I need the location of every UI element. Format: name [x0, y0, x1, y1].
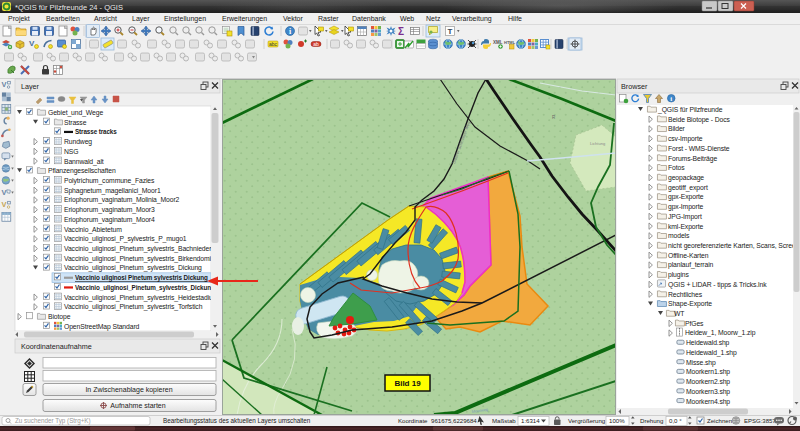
svg-text:Bannwald_alt: Bannwald_alt	[64, 158, 104, 166]
svg-text:Shape-Exporte: Shape-Exporte	[668, 300, 712, 308]
svg-text:NSG: NSG	[64, 148, 78, 155]
svg-text:Vaccinio_uliginosi_Pinetum_syl: Vaccinio_uliginosi_Pinetum_sylvestris_He…	[64, 294, 219, 302]
svg-text:Rechtliches: Rechtliches	[668, 291, 703, 298]
svg-text:Netz: Netz	[426, 15, 441, 22]
svg-text:planlauf_terrain: planlauf_terrain	[668, 261, 714, 269]
svg-text:Beide Biotope - Docs: Beide Biotope - Docs	[668, 116, 731, 124]
svg-text:Biotope: Biotope	[48, 313, 71, 321]
svg-text:WT: WT	[674, 310, 684, 317]
svg-text:JPG-Import: JPG-Import	[668, 213, 702, 221]
svg-text:Moorkern3.shp: Moorkern3.shp	[686, 388, 730, 396]
svg-text:Polytrichum_commune_Fazies: Polytrichum_commune_Fazies	[64, 177, 155, 185]
svg-text:Vektor: Vektor	[283, 15, 304, 22]
svg-text:Verarbeitung: Verarbeitung	[452, 15, 492, 23]
svg-text:Ansicht: Ansicht	[94, 15, 117, 22]
svg-text:100%: 100%	[609, 417, 625, 424]
svg-text:Lichtung: Lichtung	[590, 141, 605, 146]
svg-text:Moorkern4.shp: Moorkern4.shp	[686, 398, 730, 406]
svg-text:Bilder: Bilder	[668, 125, 686, 132]
svg-text:gpx-Importe: gpx-Importe	[668, 203, 703, 211]
svg-text:Raster: Raster	[318, 15, 339, 22]
svg-text:Datenbank: Datenbank	[352, 15, 386, 22]
svg-text:0,0 °: 0,0 °	[669, 417, 682, 424]
svg-text:Eriophorum_vaginatum_Moor4: Eriophorum_vaginatum_Moor4	[64, 216, 155, 224]
svg-text:Zu suchender Typ (Strg+K): Zu suchender Typ (Strg+K)	[15, 417, 91, 425]
svg-text:Vaccinio uliginosi Pinetum syl: Vaccinio uliginosi Pinetum sylvestris Di…	[75, 274, 208, 282]
svg-text:nicht georeferenzierte Karten,: nicht georeferenzierte Karten, Scans, Sc…	[668, 242, 800, 250]
svg-text:Moorkern2.shp: Moorkern2.shp	[686, 378, 730, 386]
svg-text:Fotos: Fotos	[668, 164, 685, 171]
svg-text:Vergrößerung: Vergrößerung	[568, 417, 605, 424]
svg-text:PfGes: PfGes	[685, 320, 704, 327]
svg-text:Web: Web	[400, 15, 414, 22]
svg-text:Koordinate: Koordinate	[398, 417, 428, 424]
svg-text:In Zwischenablage kopieren: In Zwischenablage kopieren	[85, 386, 172, 394]
svg-text:Layer: Layer	[21, 82, 40, 91]
svg-text:Sphagnetum_magellanici_Moor1: Sphagnetum_magellanici_Moor1	[64, 187, 161, 195]
svg-text:Vaccinio_uliginosi_P_sylvestri: Vaccinio_uliginosi_P_sylvestris_P_mugo1	[64, 235, 187, 243]
svg-text:Vaccinio_uliginosi_Pinetum_syl: Vaccinio_uliginosi_Pinetum_sylvestris_To…	[64, 303, 203, 311]
svg-text:Einstellungen: Einstellungen	[164, 15, 206, 23]
svg-text:Heidew_1, Moorw_1.zip: Heidew_1, Moorw_1.zip	[685, 329, 756, 337]
svg-text:Layer: Layer	[132, 15, 150, 23]
svg-text:Forst - WMS-Dienste: Forst - WMS-Dienste	[668, 145, 730, 152]
svg-text:Moorkern1.shp: Moorkern1.shp	[686, 368, 730, 376]
svg-text:gpx-Exporte: gpx-Exporte	[668, 193, 704, 201]
svg-text:geotiff_export: geotiff_export	[668, 184, 708, 192]
svg-text:Bild 19: Bild 19	[394, 379, 421, 388]
svg-text:Strasse tracks: Strasse tracks	[75, 128, 117, 135]
svg-text:Forums-Beiträge: Forums-Beiträge	[668, 155, 717, 163]
svg-text:Vaccinio_uliginosi_Pinetum_syl: Vaccinio_uliginosi_Pinetum_sylvestris_Di…	[75, 284, 215, 292]
svg-text:Koordinatenaufnahme: Koordinatenaufnahme	[21, 342, 92, 351]
svg-text:Drehung: Drehung	[640, 417, 663, 424]
svg-text:Maßstab: Maßstab	[492, 417, 516, 424]
svg-text:Vaccinio_Abietetum: Vaccinio_Abietetum	[64, 226, 122, 234]
svg-text:Vaccinio_uliginosi_Pinetum_syl: Vaccinio_uliginosi_Pinetum_sylvestris_Di…	[64, 264, 202, 272]
svg-text:Erweiterungen: Erweiterungen	[222, 15, 267, 23]
svg-text:Browser: Browser	[621, 82, 648, 91]
svg-text:Offline-Karten: Offline-Karten	[668, 252, 709, 259]
svg-text:Vaccinio_uliginosi_Pinetum_syl: Vaccinio_uliginosi_Pinetum_sylvestris_Ba…	[64, 245, 223, 253]
svg-text:_QGIS für Pilzfreunde: _QGIS für Pilzfreunde	[657, 106, 723, 114]
svg-text:Heidewald.shp: Heidewald.shp	[686, 339, 730, 347]
svg-text:models: models	[668, 232, 690, 239]
svg-text:Pflanzengesellschaften: Pflanzengesellschaften	[48, 167, 116, 175]
svg-text:Zeichnen: Zeichnen	[707, 417, 732, 424]
svg-text:Heidewald_1.shp: Heidewald_1.shp	[686, 349, 737, 357]
svg-text:plugins: plugins	[668, 271, 690, 279]
svg-text:Eriophorum_vaginatum_Moor3: Eriophorum_vaginatum_Moor3	[64, 206, 155, 214]
svg-text:OpenStreetMap Standard: OpenStreetMap Standard	[64, 323, 140, 331]
svg-text:QGIS + LIDAR - tipps & Tricks.: QGIS + LIDAR - tipps & Tricks.lnk	[668, 281, 767, 289]
svg-text:1:6314: 1:6314	[521, 417, 540, 424]
svg-text:Rundweg: Rundweg	[64, 138, 92, 146]
svg-text:geopackage: geopackage	[668, 174, 704, 182]
svg-text:Misse.shp: Misse.shp	[686, 359, 716, 367]
svg-text:EPSG:3857: EPSG:3857	[744, 418, 776, 424]
svg-text:961675,6229684: 961675,6229684	[431, 417, 477, 424]
svg-text:Bearbeiten: Bearbeiten	[46, 15, 80, 22]
svg-text:csv-Importe: csv-Importe	[668, 135, 703, 143]
svg-text:Aufnahme starten: Aufnahme starten	[110, 402, 165, 409]
svg-text:Projekt: Projekt	[8, 15, 30, 23]
svg-text:kml-Exporte: kml-Exporte	[668, 223, 703, 231]
svg-text:Eriophorum_vaginatum_Molinia_M: Eriophorum_vaginatum_Molinia_Moor2	[64, 196, 180, 204]
svg-text:Gebiet_und_Wege: Gebiet_und_Wege	[48, 109, 103, 117]
svg-text:Vaccinio_uliginosi_Pinetum_syl: Vaccinio_uliginosi_Pinetum_sylvestris_Bi…	[64, 255, 226, 263]
svg-text:Bearbeitungsstatus des aktuell: Bearbeitungsstatus des aktuellen Layers …	[163, 417, 311, 425]
svg-text:*QGIS für Pilzfreunde 24 - QGI: *QGIS für Pilzfreunde 24 - QGIS	[15, 3, 123, 12]
svg-text:Strasse: Strasse	[64, 119, 87, 126]
svg-text:Hilfe: Hilfe	[508, 15, 522, 22]
